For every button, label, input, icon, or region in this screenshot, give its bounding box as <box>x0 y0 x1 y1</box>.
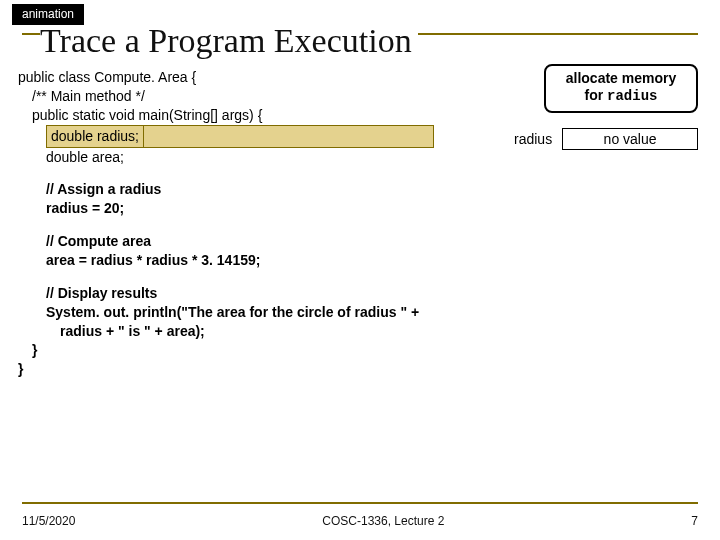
code-line: // Display results <box>18 284 702 303</box>
code-line: area = radius * radius * 3. 14159; <box>18 251 702 270</box>
highlight-box: double radius; <box>46 125 144 148</box>
footer: 11/5/2020 COSC-1336, Lecture 2 7 <box>22 514 698 528</box>
code-line: radius = 20; <box>18 199 702 218</box>
code-line: System. out. println("The area for the c… <box>18 303 702 322</box>
footer-date: 11/5/2020 <box>22 514 75 528</box>
code-line: public static void main(String[] args) { <box>18 106 702 125</box>
blank-line <box>18 270 702 284</box>
slide-title: Trace a Program Execution <box>40 22 418 60</box>
footer-page-number: 7 <box>691 514 698 528</box>
animation-badge: animation <box>12 4 84 25</box>
code-line: // Assign a radius <box>18 180 702 199</box>
code-line: public class Compute. Area { <box>18 68 702 87</box>
blank-line <box>18 218 702 232</box>
footer-horizontal-rule <box>22 502 698 504</box>
code-line: // Compute area <box>18 232 702 251</box>
code-block: public class Compute. Area { /** Main me… <box>18 68 702 378</box>
code-line: } <box>18 360 702 379</box>
code-line: double area; <box>18 148 702 167</box>
code-line: /** Main method */ <box>18 87 702 106</box>
code-line: } <box>18 341 702 360</box>
code-line: radius + " is " + area); <box>18 322 702 341</box>
footer-course: COSC-1336, Lecture 2 <box>322 514 444 528</box>
blank-line <box>18 166 702 180</box>
code-line-highlight: double radius; <box>18 125 434 148</box>
